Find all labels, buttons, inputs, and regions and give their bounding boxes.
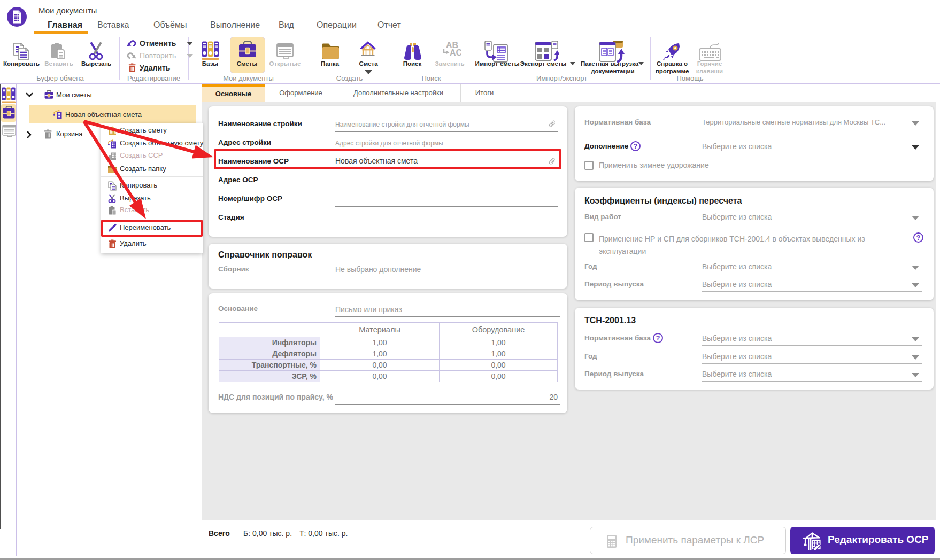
svg-text:AC: AC xyxy=(450,48,461,57)
